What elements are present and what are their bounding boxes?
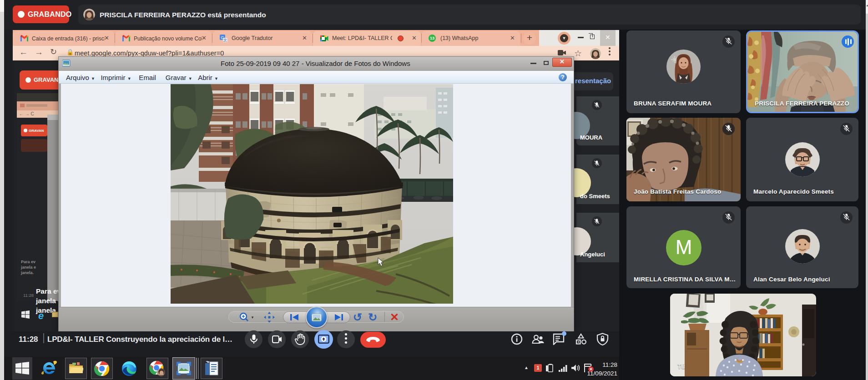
svg-text:文: 文 — [223, 38, 227, 42]
